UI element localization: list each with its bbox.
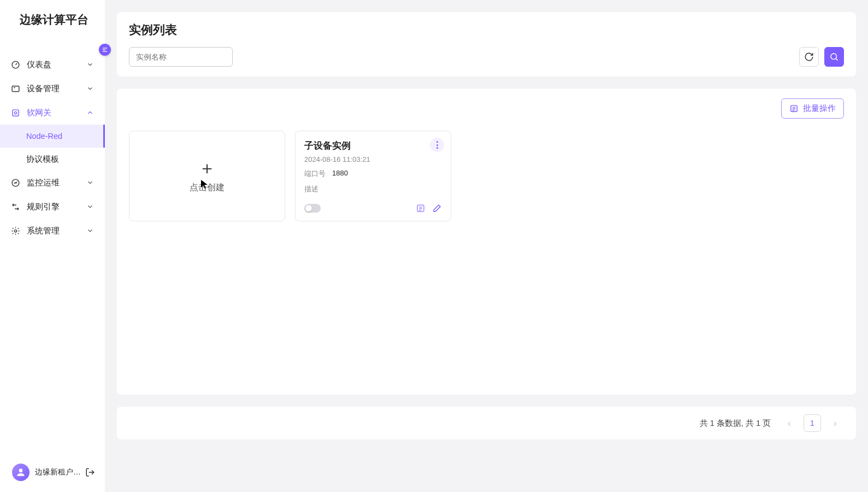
search-button[interactable] — [824, 47, 844, 67]
chevron-down-icon — [86, 179, 94, 186]
pagination-bar: 共 1 条数据, 共 1 页 ‹ 1 › — [117, 407, 856, 440]
refresh-button[interactable] — [799, 47, 819, 67]
user-row: 边缘新租户管… — [0, 455, 105, 492]
nav-gateway-sub: Node-Red 协议模板 — [0, 125, 105, 171]
avatar[interactable] — [12, 464, 29, 481]
nav-protocol-template[interactable]: 协议模板 — [0, 148, 105, 171]
svg-point-10 — [831, 54, 837, 60]
svg-point-9 — [19, 468, 23, 472]
prev-page-button[interactable]: ‹ — [781, 414, 798, 432]
port-value: 1880 — [332, 169, 348, 179]
enable-toggle[interactable] — [304, 204, 321, 213]
nav-label: 设备管理 — [27, 84, 60, 94]
nav-label: 系统管理 — [27, 226, 60, 236]
main-content: 实例列表 批量操作 — [105, 0, 868, 492]
nav-label: 软网关 — [27, 108, 51, 118]
batch-action-button[interactable]: 批量操作 — [781, 98, 844, 119]
chevron-down-icon — [86, 227, 94, 235]
nav-sub-label: Node-Red — [26, 132, 62, 140]
nav-system[interactable]: 系统管理 — [0, 219, 105, 243]
card-menu-button[interactable] — [430, 138, 444, 152]
instance-card: 子设备实例 2024-08-16 11:03:21 端口号 1880 描述 — [295, 131, 451, 221]
nav-node-red[interactable]: Node-Red — [0, 125, 105, 148]
monitor-icon — [11, 178, 20, 188]
gateway-icon — [11, 108, 20, 118]
desc-label: 描述 — [304, 184, 318, 194]
port-label: 端口号 — [304, 169, 326, 179]
create-label: 点击创建 — [190, 182, 225, 194]
nav-dashboard[interactable]: 仪表盘 — [0, 52, 105, 77]
nav-monitor[interactable]: 监控运维 — [0, 171, 105, 195]
gauge-icon — [11, 60, 20, 69]
search-input[interactable] — [129, 47, 233, 67]
user-name: 边缘新租户管… — [35, 467, 81, 477]
device-icon — [11, 84, 20, 93]
svg-point-8 — [14, 230, 16, 232]
avatar-icon — [15, 467, 26, 478]
svg-line-11 — [836, 58, 838, 61]
instance-name: 子设备实例 — [304, 140, 442, 152]
nav-menu: 仪表盘 设备管理 软网关 — [0, 39, 105, 455]
svg-point-6 — [14, 112, 16, 114]
search-icon — [829, 52, 839, 62]
nav-label: 规则引擎 — [27, 202, 60, 212]
page-number[interactable]: 1 — [804, 414, 821, 432]
rules-icon — [11, 202, 20, 212]
nav-gateway[interactable]: 软网关 — [0, 101, 105, 125]
svg-rect-4 — [12, 86, 19, 91]
refresh-icon — [804, 52, 814, 62]
brand-title: 边缘计算平台 — [0, 0, 105, 39]
nav-rules[interactable]: 规则引擎 — [0, 195, 105, 219]
edit-button[interactable] — [432, 203, 442, 213]
instance-timestamp: 2024-08-16 11:03:21 — [304, 155, 442, 163]
create-instance-card[interactable]: ＋ 点击创建 — [129, 131, 285, 221]
header-panel: 实例列表 — [117, 12, 856, 77]
chevron-down-icon — [86, 203, 94, 210]
batch-label: 批量操作 — [803, 103, 836, 114]
sidebar-collapse-button[interactable] — [99, 44, 111, 56]
plus-icon: ＋ — [198, 159, 216, 177]
logout-icon — [85, 467, 95, 477]
logout-button[interactable] — [85, 467, 95, 477]
gear-icon — [11, 226, 20, 236]
nav-device[interactable]: 设备管理 — [0, 77, 105, 101]
chevron-down-icon — [86, 85, 94, 92]
page-title: 实例列表 — [129, 22, 177, 38]
chevron-down-icon — [86, 61, 94, 68]
pagination-summary: 共 1 条数据, 共 1 页 — [700, 418, 771, 429]
nav-sub-label: 协议模板 — [26, 154, 59, 165]
nav-label: 仪表盘 — [27, 60, 51, 70]
next-page-button[interactable]: › — [826, 414, 844, 432]
detail-button[interactable] — [416, 203, 426, 213]
chevron-up-icon — [86, 109, 94, 116]
nav-label: 监控运维 — [27, 178, 60, 188]
detail-icon — [416, 203, 426, 213]
instance-grid-panel: 批量操作 ＋ 点击创建 子设备实例 2024-08-16 11:03:21 端 — [117, 89, 856, 395]
dots-icon — [436, 141, 438, 149]
svg-rect-5 — [13, 109, 19, 115]
sidebar: 边缘计算平台 仪表盘 设备管理 — [0, 0, 105, 492]
edit-icon — [432, 203, 442, 213]
collapse-icon — [102, 46, 108, 53]
batch-icon — [789, 104, 799, 113]
